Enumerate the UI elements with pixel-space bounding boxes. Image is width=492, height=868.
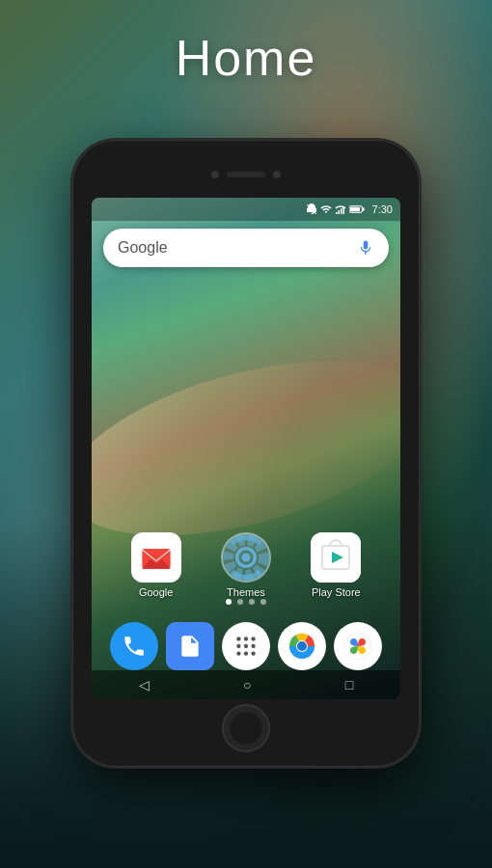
google-icon[interactable] (131, 532, 181, 583)
hardware-home-button[interactable] (222, 704, 270, 752)
status-time: 7:30 (372, 203, 393, 215)
themes-label: Themes (227, 586, 265, 598)
dot-3 (260, 599, 266, 605)
svg-point-14 (241, 553, 250, 561)
dot-1 (237, 599, 243, 605)
gmail-envelope-icon (138, 539, 175, 576)
svg-point-30 (297, 641, 307, 651)
dock-launcher[interactable] (222, 622, 270, 670)
launcher-icon (233, 634, 259, 659)
themes-svg-icon (223, 532, 269, 583)
svg-point-26 (251, 651, 255, 655)
svg-rect-7 (362, 207, 364, 210)
svg-point-12 (229, 540, 264, 576)
chrome-icon (287, 632, 316, 661)
back-button[interactable]: ◁ (124, 672, 164, 697)
notification-off-icon (306, 203, 317, 215)
svg-rect-4 (342, 206, 344, 214)
dot-0 (226, 599, 232, 605)
phone-top-bar (72, 157, 420, 191)
svg-point-22 (244, 644, 248, 648)
svg-rect-1 (336, 212, 338, 214)
dock-docs[interactable] (166, 622, 214, 670)
docs-icon (178, 634, 203, 659)
speaker-dot (227, 172, 265, 177)
status-icons (306, 203, 365, 215)
themes-app[interactable]: Themes (221, 532, 271, 598)
svg-point-18 (236, 637, 240, 640)
home-button-inner (229, 711, 263, 746)
phone-screen: 7:30 Google (92, 198, 400, 699)
play-store-svg-icon (311, 532, 361, 583)
dock-photos[interactable] (334, 622, 382, 670)
play-store-label: Play Store (312, 586, 361, 598)
recents-button[interactable]: □ (331, 672, 368, 697)
search-bar[interactable]: Google (103, 229, 389, 267)
svg-point-23 (251, 644, 255, 648)
home-button[interactable]: ○ (229, 672, 265, 697)
bottom-dock (92, 622, 400, 670)
battery-icon (349, 203, 365, 215)
wifi-icon (320, 203, 332, 215)
dot-2 (249, 599, 255, 605)
themes-icon[interactable] (221, 532, 271, 583)
sensor-dot (273, 171, 281, 178)
mic-icon[interactable] (357, 239, 374, 257)
svg-point-19 (244, 637, 248, 640)
svg-point-21 (236, 644, 240, 648)
play-store-app[interactable]: Play Store (311, 532, 361, 598)
phone-bottom-bar (72, 704, 420, 752)
svg-point-20 (251, 637, 255, 640)
dock-phone[interactable] (110, 622, 158, 670)
svg-point-13 (237, 549, 255, 566)
svg-rect-2 (338, 210, 340, 214)
google-app[interactable]: Google (131, 532, 181, 598)
search-label: Google (118, 239, 168, 257)
svg-point-25 (244, 651, 248, 655)
page-title: Home (0, 29, 492, 87)
play-store-icon[interactable] (311, 532, 361, 583)
app-grid: Google Themes (92, 532, 400, 598)
camera-dot (211, 171, 219, 178)
svg-rect-3 (341, 208, 342, 214)
phone-icon (122, 634, 147, 659)
svg-rect-6 (350, 207, 360, 212)
themes-gear-icon (221, 532, 271, 583)
nav-bar: ◁ ○ □ (92, 670, 400, 699)
dock-chrome[interactable] (278, 622, 326, 670)
photos-icon (343, 632, 372, 661)
status-bar: 7:30 (92, 198, 400, 221)
svg-point-24 (236, 651, 240, 655)
signal-icon (335, 203, 346, 215)
google-label: Google (139, 586, 173, 598)
phone-frame: 7:30 Google (72, 140, 420, 767)
page-dots (92, 599, 400, 605)
